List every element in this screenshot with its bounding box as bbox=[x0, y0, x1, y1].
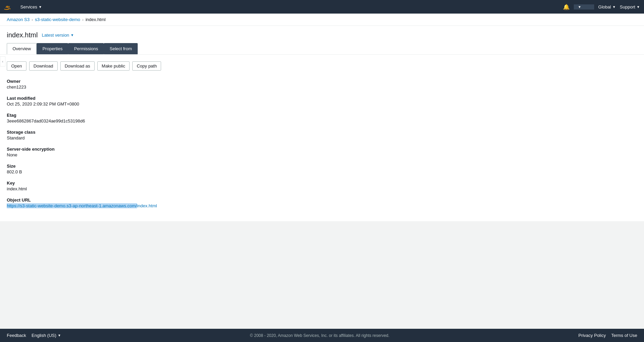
services-label: Services bbox=[20, 4, 37, 10]
language-chevron: ▼ bbox=[58, 334, 61, 337]
account-chevron: ▼ bbox=[578, 5, 581, 9]
download-button[interactable]: Download bbox=[29, 61, 58, 71]
make-public-button[interactable]: Make public bbox=[97, 61, 130, 71]
version-label: Latest version bbox=[42, 33, 69, 38]
support-label: Support bbox=[620, 4, 636, 10]
content-panel: Open Download Download as Make public Co… bbox=[0, 55, 644, 221]
breadcrumb-sep-2: › bbox=[82, 18, 84, 22]
tab-properties[interactable]: Properties bbox=[37, 43, 68, 54]
region-menu[interactable]: Global ▼ bbox=[598, 4, 616, 10]
aws-logo[interactable] bbox=[4, 3, 15, 10]
footer-copyright: © 2008 - 2020, Amazon Web Services, Inc.… bbox=[250, 333, 389, 338]
terms-of-use-link[interactable]: Terms of Use bbox=[611, 333, 637, 338]
sidebar-toggle[interactable]: ‹ bbox=[0, 56, 5, 66]
owner-label: Owner bbox=[7, 79, 637, 84]
footer-left: Feedback English (US) ▼ bbox=[7, 333, 61, 338]
copy-path-button[interactable]: Copy path bbox=[132, 61, 161, 71]
tab-overview[interactable]: Overview bbox=[7, 43, 37, 54]
last-modified-label: Last modified bbox=[7, 96, 637, 101]
feedback-link[interactable]: Feedback bbox=[7, 333, 26, 338]
region-label: Global bbox=[598, 4, 611, 10]
support-chevron: ▼ bbox=[637, 5, 640, 9]
server-side-encryption-label: Server-side encryption bbox=[7, 147, 637, 152]
server-side-encryption-value: None bbox=[7, 152, 637, 157]
size-group: Size 802.0 B bbox=[7, 164, 637, 174]
size-value: 802.0 B bbox=[7, 169, 637, 174]
object-url-group: Object URL https://s3-static-website-dem… bbox=[7, 197, 637, 208]
support-menu[interactable]: Support ▼ bbox=[620, 4, 640, 10]
version-badge[interactable]: Latest version ▼ bbox=[42, 33, 74, 38]
key-value: index.html bbox=[7, 186, 637, 191]
privacy-policy-link[interactable]: Privacy Policy bbox=[578, 333, 606, 338]
storage-class-group: Storage class Standard bbox=[7, 130, 637, 140]
last-modified-group: Last modified Oct 25, 2020 2:09:32 PM GM… bbox=[7, 96, 637, 107]
object-url-label: Object URL bbox=[7, 197, 637, 203]
action-buttons: Open Download Download as Make public Co… bbox=[7, 61, 637, 71]
storage-class-value: Standard bbox=[7, 135, 637, 140]
language-label: English (US) bbox=[32, 333, 56, 338]
etag-label: Etag bbox=[7, 113, 637, 118]
storage-class-label: Storage class bbox=[7, 130, 637, 135]
tabs: Overview Properties Permissions Select f… bbox=[7, 43, 637, 54]
top-nav: Services ▼ 🔔 ▼ Global ▼ Support ▼ bbox=[0, 0, 644, 14]
page-title-row: index.html Latest version ▼ bbox=[7, 31, 637, 39]
owner-value: chen1223 bbox=[7, 84, 637, 90]
services-menu[interactable]: Services ▼ bbox=[20, 4, 42, 10]
account-menu[interactable]: ▼ bbox=[574, 4, 594, 10]
nav-right: 🔔 ▼ Global ▼ Support ▼ bbox=[563, 4, 640, 10]
region-chevron: ▼ bbox=[612, 5, 616, 9]
breadcrumb-sep-1: › bbox=[32, 18, 33, 22]
last-modified-value: Oct 25, 2020 2:09:32 PM GMT+0800 bbox=[7, 101, 637, 107]
version-chevron: ▼ bbox=[71, 33, 74, 37]
owner-group: Owner chen1223 bbox=[7, 79, 637, 90]
server-side-encryption-group: Server-side encryption None bbox=[7, 147, 637, 157]
key-label: Key bbox=[7, 180, 637, 186]
bell-icon[interactable]: 🔔 bbox=[563, 4, 570, 10]
object-url-rest: index.html bbox=[137, 203, 157, 208]
services-chevron: ▼ bbox=[39, 5, 42, 9]
size-label: Size bbox=[7, 164, 637, 169]
object-url-highlight: https://s3-static-website-demo.s3-ap-nor… bbox=[7, 203, 137, 208]
download-as-button[interactable]: Download as bbox=[60, 61, 95, 71]
breadcrumb-s3[interactable]: Amazon S3 bbox=[7, 17, 30, 22]
open-button[interactable]: Open bbox=[7, 61, 26, 71]
breadcrumb-bucket[interactable]: s3-static-website-demo bbox=[35, 17, 80, 22]
page-header: index.html Latest version ▼ Overview Pro… bbox=[0, 26, 644, 55]
language-selector[interactable]: English (US) ▼ bbox=[32, 333, 61, 338]
tab-select-from[interactable]: Select from bbox=[104, 43, 138, 54]
etag-group: Etag 3eee6862867dad0324ae99d1c53198d6 bbox=[7, 113, 637, 124]
breadcrumb: Amazon S3 › s3-static-website-demo › ind… bbox=[0, 14, 644, 26]
breadcrumb-file: index.html bbox=[85, 17, 105, 22]
main-content: ‹ index.html Latest version ▼ Overview P… bbox=[0, 26, 644, 329]
footer: Feedback English (US) ▼ © 2008 - 2020, A… bbox=[0, 329, 644, 342]
object-url-value[interactable]: https://s3-static-website-demo.s3-ap-nor… bbox=[7, 203, 637, 208]
tab-permissions[interactable]: Permissions bbox=[68, 43, 104, 54]
key-group: Key index.html bbox=[7, 180, 637, 191]
footer-right: Privacy Policy Terms of Use bbox=[578, 333, 637, 338]
etag-value: 3eee6862867dad0324ae99d1c53198d6 bbox=[7, 118, 637, 124]
page-title: index.html bbox=[7, 31, 38, 39]
